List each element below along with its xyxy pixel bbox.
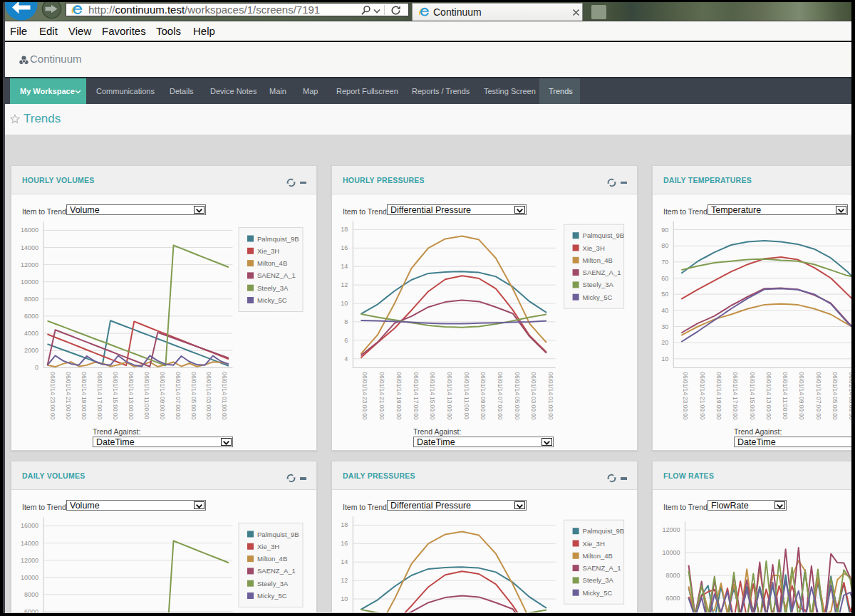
svg-text:06/01/14 11:00:00: 06/01/14 11:00:00 xyxy=(463,372,470,419)
svg-text:4: 4 xyxy=(344,355,348,362)
svg-text:40: 40 xyxy=(661,306,668,313)
svg-text:6: 6 xyxy=(344,336,348,343)
svg-text:10000: 10000 xyxy=(21,574,38,581)
svg-text:06/01/14 19:00:00: 06/01/14 19:00:00 xyxy=(81,372,88,419)
svg-text:50: 50 xyxy=(661,291,668,298)
svg-text:06/01/14 13:00:00: 06/01/14 13:00:00 xyxy=(446,372,453,419)
svg-text:Milton_4B: Milton_4B xyxy=(583,256,613,263)
svg-text:14: 14 xyxy=(341,558,348,565)
svg-text:10: 10 xyxy=(341,595,348,602)
svg-text:2000: 2000 xyxy=(24,347,38,354)
svg-text:Xie_3H: Xie_3H xyxy=(583,540,605,548)
svg-text:06/01/14 07:00:00: 06/01/14 07:00:00 xyxy=(175,372,182,419)
svg-text:Steely_3A: Steely_3A xyxy=(583,576,614,584)
svg-text:06/01/14 05:00:00: 06/01/14 05:00:00 xyxy=(514,372,521,419)
svg-text:Micky_5C: Micky_5C xyxy=(257,296,287,304)
svg-text:SAENZ_A_1: SAENZ_A_1 xyxy=(583,268,621,276)
svg-text:06/01/14 09:00:00: 06/01/14 09:00:00 xyxy=(480,372,487,419)
svg-text:70: 70 xyxy=(661,258,668,265)
svg-text:06/01/14 13:00:00: 06/01/14 13:00:00 xyxy=(765,372,772,419)
svg-text:Milton_4B: Milton_4B xyxy=(583,552,613,560)
svg-text:12: 12 xyxy=(341,577,348,584)
svg-text:06/01/14 11:00:00: 06/01/14 11:00:00 xyxy=(782,372,789,419)
svg-text:06/01/14 17:00:00: 06/01/14 17:00:00 xyxy=(732,372,739,419)
svg-text:16000: 16000 xyxy=(21,522,38,529)
svg-text:16: 16 xyxy=(341,540,348,547)
svg-text:06/01/14 23:00:00: 06/01/14 23:00:00 xyxy=(49,372,56,419)
svg-text:06/01/14 19:00:00: 06/01/14 19:00:00 xyxy=(715,372,722,419)
svg-text:20: 20 xyxy=(661,339,668,346)
svg-text:10000: 10000 xyxy=(21,278,38,285)
svg-text:Steely_3A: Steely_3A xyxy=(257,580,289,588)
svg-text:06/01/14 23:00:00: 06/01/14 23:00:00 xyxy=(682,372,689,419)
svg-text:06/01/14 21:00:00: 06/01/14 21:00:00 xyxy=(65,372,72,419)
svg-text:16000: 16000 xyxy=(21,226,38,234)
svg-text:10000: 10000 xyxy=(662,549,680,556)
svg-text:8000: 8000 xyxy=(24,591,38,598)
svg-text:60: 60 xyxy=(661,274,668,281)
svg-text:6000: 6000 xyxy=(24,312,38,319)
svg-text:4000: 4000 xyxy=(24,330,38,337)
svg-text:Micky_5C: Micky_5C xyxy=(583,293,613,301)
svg-text:06/01/14 05:00:00: 06/01/14 05:00:00 xyxy=(190,372,197,419)
svg-text:SAENZ_A_1: SAENZ_A_1 xyxy=(583,564,621,572)
svg-text:06/01/14 03:00:00: 06/01/14 03:00:00 xyxy=(205,372,212,419)
svg-text:18: 18 xyxy=(341,226,348,233)
svg-text:14000: 14000 xyxy=(21,540,38,547)
svg-text:Micky_5C: Micky_5C xyxy=(257,592,287,600)
svg-text:06/01/14 17:00:00: 06/01/14 17:00:00 xyxy=(413,372,420,419)
svg-text:0: 0 xyxy=(35,364,38,371)
svg-text:Xie_3H: Xie_3H xyxy=(583,244,605,251)
svg-text:8000: 8000 xyxy=(665,572,680,579)
svg-text:06/01/14 03:00:00: 06/01/14 03:00:00 xyxy=(530,372,537,419)
svg-text:06/01/14 17:00:00: 06/01/14 17:00:00 xyxy=(96,372,103,419)
svg-text:Steely_3A: Steely_3A xyxy=(257,283,289,291)
svg-text:10: 10 xyxy=(341,300,348,307)
svg-text:06/01/14 09:00:00: 06/01/14 09:00:00 xyxy=(798,372,805,419)
svg-text:14: 14 xyxy=(341,263,348,270)
svg-text:Steely_3A: Steely_3A xyxy=(583,281,614,288)
svg-text:Palmquist_9B: Palmquist_9B xyxy=(257,234,299,242)
svg-text:8000: 8000 xyxy=(24,295,38,302)
svg-text:06/01/14 15:00:00: 06/01/14 15:00:00 xyxy=(429,372,436,419)
svg-text:06/01/14 19:00:00: 06/01/14 19:00:00 xyxy=(395,372,403,419)
svg-text:12000: 12000 xyxy=(21,557,38,564)
svg-text:12000: 12000 xyxy=(662,526,680,533)
svg-text:06/01/14 15:00:00: 06/01/14 15:00:00 xyxy=(749,372,756,419)
svg-text:06/01/14 21:00:00: 06/01/14 21:00:00 xyxy=(699,372,706,419)
svg-text:06/01/14 01:00:00: 06/01/14 01:00:00 xyxy=(547,372,554,419)
svg-text:8: 8 xyxy=(344,318,348,325)
svg-text:06/01/14 07:00:00: 06/01/14 07:00:00 xyxy=(815,372,822,419)
svg-text:06/01/14 01:00:00: 06/01/14 01:00:00 xyxy=(221,372,228,419)
svg-text:6000: 6000 xyxy=(665,595,680,602)
svg-text:06/01/14 15:00:00: 06/01/14 15:00:00 xyxy=(112,372,119,419)
svg-text:Palmquist_9B: Palmquist_9B xyxy=(257,531,299,538)
svg-text:06/01/14 11:00:00: 06/01/14 11:00:00 xyxy=(143,372,150,419)
svg-text:Micky_5C: Micky_5C xyxy=(583,589,613,597)
svg-text:Xie_3H: Xie_3H xyxy=(257,543,279,550)
svg-text:Palmquist_9B: Palmquist_9B xyxy=(583,231,625,239)
svg-text:06/01/14 07:00:00: 06/01/14 07:00:00 xyxy=(497,372,504,419)
svg-text:18: 18 xyxy=(341,521,348,528)
svg-text:80: 80 xyxy=(661,242,668,249)
svg-text:Milton_4B: Milton_4B xyxy=(257,555,287,563)
svg-text:06/01/14 13:00:00: 06/01/14 13:00:00 xyxy=(128,372,135,419)
svg-text:06/01/14 23:00:00: 06/01/14 23:00:00 xyxy=(361,372,368,419)
svg-text:14000: 14000 xyxy=(21,244,38,251)
svg-text:Milton_4B: Milton_4B xyxy=(257,259,287,267)
svg-text:16: 16 xyxy=(341,244,348,251)
svg-text:10: 10 xyxy=(661,355,668,362)
svg-text:12: 12 xyxy=(341,281,348,288)
svg-text:06/01/14 03:00:00: 06/01/14 03:00:00 xyxy=(848,372,851,419)
svg-text:SAENZ_A_1: SAENZ_A_1 xyxy=(257,567,296,575)
svg-text:30: 30 xyxy=(661,323,668,330)
svg-text:Xie_3H: Xie_3H xyxy=(257,246,279,254)
svg-text:06/01/14 05:00:00: 06/01/14 05:00:00 xyxy=(831,372,839,419)
svg-text:6000: 6000 xyxy=(24,608,38,613)
svg-text:Palmquist_9B: Palmquist_9B xyxy=(583,527,625,535)
svg-text:06/01/14 21:00:00: 06/01/14 21:00:00 xyxy=(378,372,385,419)
svg-text:SAENZ_A_1: SAENZ_A_1 xyxy=(257,271,296,279)
svg-text:12000: 12000 xyxy=(21,261,38,268)
svg-text:06/01/14 09:00:00: 06/01/14 09:00:00 xyxy=(159,372,166,419)
svg-text:90: 90 xyxy=(661,226,668,233)
